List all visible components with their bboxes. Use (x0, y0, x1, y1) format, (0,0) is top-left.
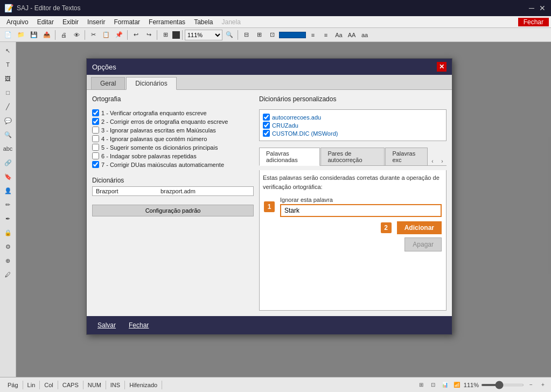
dialog-body: Ortografia 1 - Verificar ortografia enqu… (87, 90, 452, 316)
tool-search[interactable]: 🔍 (2, 128, 15, 141)
menu-janela[interactable]: Janela (218, 17, 245, 27)
export-btn[interactable]: 📤 (41, 29, 53, 41)
tool-lock[interactable]: 🔒 (2, 226, 15, 239)
custom-dict-checkbox-3[interactable] (263, 130, 270, 137)
fechar-button[interactable]: Fechar (518, 18, 549, 26)
sub-tab-palavras[interactable]: Palavras adicionadas (259, 148, 320, 166)
dict-col1-1: Brazport (96, 188, 161, 194)
status-icon-2: ⊡ (428, 380, 438, 390)
tool-user[interactable]: 👤 (2, 184, 15, 197)
menu-arquivo[interactable]: Arquivo (2, 17, 33, 27)
zoom-slider[interactable] (481, 384, 524, 386)
zoom-in-icon[interactable]: + (538, 380, 548, 390)
checkbox-2[interactable] (92, 118, 99, 125)
menu-ferramentas[interactable]: Ferramentas (144, 17, 190, 27)
checkbox-5[interactable] (92, 144, 99, 151)
zoom-search-btn[interactable]: 🔍 (224, 29, 235, 41)
checkbox-6[interactable] (92, 152, 99, 159)
close-window-button[interactable]: ✕ (538, 4, 547, 12)
more-btn5[interactable]: aa (359, 29, 371, 41)
sep5 (182, 30, 183, 40)
word-input[interactable] (280, 204, 442, 217)
tool-shape[interactable]: □ (2, 86, 15, 99)
more-btn4[interactable]: AA (346, 29, 358, 41)
nav-prev-btn[interactable]: ‹ (428, 157, 437, 165)
checkbox-4[interactable] (92, 135, 99, 142)
more-btn2[interactable]: ≡ (320, 29, 332, 41)
apagar-button[interactable]: Apagar (404, 237, 442, 251)
menu-exibir[interactable]: Exibir (58, 17, 83, 27)
zoom-out-icon[interactable]: − (526, 380, 536, 390)
title-bar: 📝 SAJ - Editor de Textos ─ ✕ (0, 0, 551, 16)
tool-zoom[interactable]: ⊕ (2, 254, 15, 267)
custom-dicts-box: autocorrecoes.adu CRUZadu CUSTOM.DIC (MS… (259, 109, 447, 141)
custom-dict-checkbox-2[interactable] (263, 122, 270, 129)
sub-tab-pares[interactable]: Pares de autocorreção (320, 148, 385, 165)
tool-edit[interactable]: ✏ (2, 198, 15, 211)
copy-btn[interactable]: 📋 (100, 29, 112, 41)
checkbox-1[interactable] (92, 109, 99, 116)
custom-dict-label-1[interactable]: autocorrecoes.adu (272, 114, 321, 121)
options-dialog: Opções ✕ Geral Dicionários Ortografia 1 … (86, 58, 452, 335)
main-area: Opções ✕ Geral Dicionários Ortografia 1 … (16, 42, 551, 377)
menu-editar[interactable]: Editar (33, 17, 58, 27)
grid-btn3[interactable]: ⊡ (266, 29, 278, 41)
tool-link[interactable]: 🔗 (2, 156, 15, 169)
menu-formatar[interactable]: Formatar (109, 17, 144, 27)
tool-image[interactable]: 🖼 (2, 72, 15, 85)
custom-dict-label-2[interactable]: CRUZadu (272, 122, 298, 129)
more-btn1[interactable]: ≡ (307, 29, 319, 41)
tool-settings[interactable]: ⚙ (2, 240, 15, 253)
redo-btn[interactable]: ↪ (143, 29, 155, 41)
tab-dicionarios[interactable]: Dicionários (126, 77, 176, 90)
custom-dict-item-3: CUSTOM.DIC (MSWord) (263, 129, 443, 137)
right-panel: Dicionários personalizados autocorrecoes… (259, 95, 447, 311)
grid-btn2[interactable]: ⊞ (253, 29, 265, 41)
paste-btn[interactable]: 📌 (113, 29, 125, 41)
salvar-button[interactable]: Salvar (93, 319, 120, 331)
color-btn[interactable] (172, 31, 180, 39)
new-doc-btn[interactable]: 📄 (2, 29, 14, 41)
left-sidebar: ↖ T 🖼 □ ╱ 💬 🔍 abc 🔗 🔖 👤 ✏ ✒ 🔒 ⚙ ⊕ 🖊 (0, 42, 16, 377)
checkbox-3[interactable] (92, 127, 99, 134)
open-btn[interactable]: 📁 (15, 29, 27, 41)
table-btn[interactable]: ⊞ (159, 29, 171, 41)
tool-line[interactable]: ╱ (2, 100, 15, 113)
menu-bar: Arquivo Editar Exibir Inserir Formatar F… (0, 16, 551, 28)
tool-spell[interactable]: abc (2, 142, 15, 155)
tool-text[interactable]: T (2, 58, 15, 71)
status-lin: Lin (23, 381, 40, 389)
custom-dict-checkbox-1[interactable] (263, 114, 270, 121)
more-btn3[interactable]: Aa (333, 29, 345, 41)
tool-paint[interactable]: 🖊 (2, 268, 15, 281)
config-default-button[interactable]: Configuração padrão (92, 205, 254, 216)
dict-row-1[interactable]: Brazport brazport.adm (93, 187, 253, 195)
fechar-dialog-button[interactable]: Fechar (124, 319, 153, 331)
nav-next-btn[interactable]: › (438, 157, 447, 165)
preview-btn[interactable]: 👁 (71, 29, 82, 41)
tool-comment[interactable]: 💬 (2, 114, 15, 127)
status-col: Col (40, 381, 58, 389)
checkbox-item-2: 2 - Corrigir erros de ortografia enquant… (92, 118, 254, 125)
print-btn[interactable]: 🖨 (58, 29, 69, 41)
undo-btn[interactable]: ↩ (130, 29, 142, 41)
sub-tab-exc[interactable]: Palavras exc (385, 148, 428, 165)
save-btn[interactable]: 💾 (28, 29, 40, 41)
dialog-close-button[interactable]: ✕ (437, 62, 447, 72)
tool-cursor[interactable]: ↖ (2, 44, 15, 57)
tool-signature[interactable]: ✒ (2, 212, 15, 225)
left-panel: Ortografia 1 - Verificar ortografia enqu… (92, 95, 254, 311)
cut-btn[interactable]: ✂ (87, 29, 99, 41)
menu-inserir[interactable]: Inserir (83, 17, 109, 27)
checkbox-7[interactable] (92, 161, 99, 168)
dict-table: Brazport brazport.adm (92, 186, 254, 196)
minimize-button[interactable]: ─ (527, 4, 536, 12)
tab-geral[interactable]: Geral (91, 77, 125, 89)
menu-tabela[interactable]: Tabela (190, 17, 217, 27)
custom-dict-label-3[interactable]: CUSTOM.DIC (MSWord) (272, 130, 338, 137)
zoom-select[interactable]: 111% 100% 75% (185, 30, 222, 40)
grid-btn1[interactable]: ⊟ (240, 29, 252, 41)
tool-bookmark[interactable]: 🔖 (2, 170, 15, 183)
adicionar-button[interactable]: Adicionar (397, 221, 442, 234)
status-pag: Pág (3, 381, 23, 389)
